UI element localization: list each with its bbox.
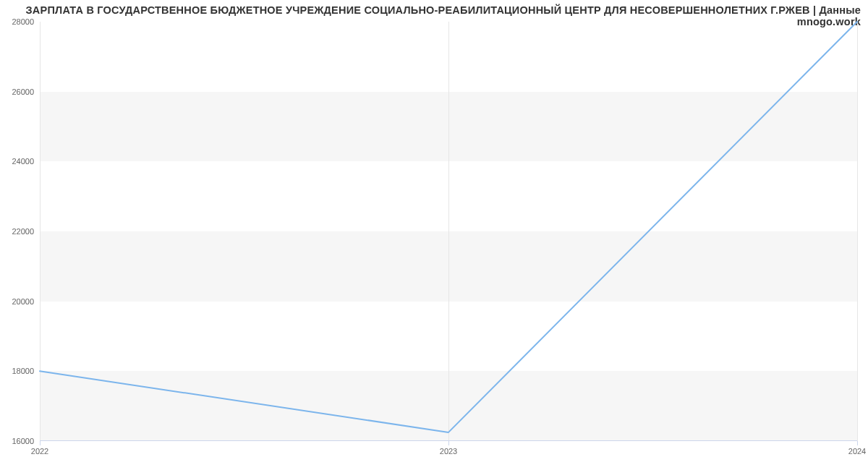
x-tick-label: 2023 bbox=[440, 447, 457, 456]
x-tick-label: 2024 bbox=[848, 447, 866, 456]
y-tick-label: 28000 bbox=[12, 17, 34, 26]
y-tick-label: 18000 bbox=[12, 367, 34, 375]
plot-area: 1600018000200002200024000260002800020222… bbox=[40, 22, 857, 441]
x-tick-mark bbox=[857, 441, 858, 445]
x-axis-line bbox=[40, 440, 857, 441]
x-gridline bbox=[857, 22, 858, 441]
y-tick-label: 16000 bbox=[12, 437, 34, 445]
y-tick-label: 20000 bbox=[12, 297, 34, 306]
y-tick-label: 22000 bbox=[12, 227, 34, 236]
x-tick-mark bbox=[40, 441, 41, 445]
x-tick-label: 2022 bbox=[31, 447, 48, 456]
y-tick-label: 24000 bbox=[12, 157, 34, 166]
line-series bbox=[40, 22, 857, 441]
y-tick-label: 26000 bbox=[12, 87, 34, 96]
series-path bbox=[40, 22, 857, 432]
x-tick-mark bbox=[448, 441, 449, 445]
salary-line-chart: ЗАРПЛАТА В ГОСУДАРСТВЕННОЕ БЮДЖЕТНОЕ УЧР… bbox=[0, 0, 868, 470]
